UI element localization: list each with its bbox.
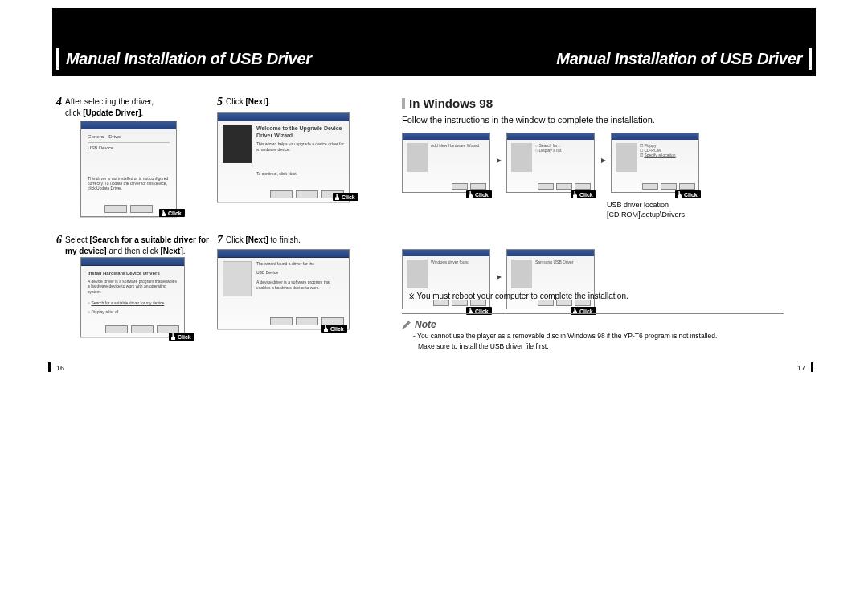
next-button[interactable] [661,183,677,190]
finish-button[interactable] [556,300,572,306]
cancel-button[interactable] [679,183,695,190]
dialog-titlebar [507,250,594,256]
back-button[interactable] [538,300,554,306]
step-bold2: [Next] [160,247,182,255]
dialog-body: Install Hardware Device Drivers A device… [81,266,184,319]
note-box: Note - You cannot use the player as a re… [402,313,784,352]
dialog-titlebar [507,133,594,140]
step-number: 7 [217,235,223,246]
wizard-screenshot-3: ☐ Floppy☐ CD-ROM☑ Specify a location [611,133,699,193]
ok-button[interactable] [104,205,127,213]
back-button[interactable] [105,325,128,333]
step-pre: Select [65,235,90,244]
click-callout: Click [169,333,194,341]
step-post: and then click [107,247,161,255]
next-button[interactable] [452,300,468,306]
dialog-body: Add New Hardware Wizard [403,140,489,175]
section-bar-icon [402,98,405,109]
cancel-button[interactable] [575,300,591,306]
step-number: 6 [56,235,62,246]
usb-location-path: [CD ROM]\setup\Drivers [607,210,768,220]
screenshot-step-5: Welcome to the Upgrade Device Driver Wiz… [217,112,350,202]
click-callout: Click [466,190,492,198]
arrow-right-icon [496,157,504,165]
next-button[interactable] [296,190,318,198]
wizard-footer-text: To continue, click Next. [256,171,344,177]
step-post: . [268,97,271,106]
page-number-left: 16 [56,364,64,372]
wizard-screenshot-1: Add New Hardware Wizard [402,133,490,193]
dialog-buttons [642,183,695,190]
click-callout: Click [321,325,347,333]
wizard-body: This wizard helps you upgrade a device d… [256,141,344,152]
arrow-right-icon [496,273,504,281]
click-label: Click [168,210,182,216]
dialog-body: Samsung USB Driver [507,256,594,292]
page-content: 4 After selecting the driver, click [Upd… [56,96,812,605]
dialog-body: Welcome to the Upgrade Device Driver Wiz… [218,121,349,180]
dialog-buttons [538,183,591,190]
section-title-windows98: In Windows 98 [402,96,788,110]
pencil-icon [402,320,411,329]
hand-icon [677,191,682,198]
screenshots-row-2: Windows driver found Click Samsung USB D… [402,249,788,321]
note-label-text: Note [415,319,436,330]
dialog-body: The wizard found a driver for the USB De… [218,258,349,300]
click-label: Click [330,326,344,332]
section-title-text: In Windows 98 [409,96,493,110]
usb-location-note: USB driver location [CD ROM]\setup\Drive… [607,201,768,219]
back-button[interactable] [433,300,449,306]
step-bold: [Next] [245,235,268,244]
step-7: 7 Click [Next] to finish. [217,235,362,246]
hand-icon [161,210,166,216]
back-button[interactable] [642,183,658,190]
screenshot-step-7: The wizard found a driver for the USB De… [217,249,350,329]
dialog-body: ☐ Floppy☐ CD-ROM☑ Specify a location [612,140,698,175]
click-label: Click [342,194,355,200]
note-line-2: Make sure to install the USB driver file… [418,342,784,351]
note-line-1: - You cannot use the player as a removab… [413,332,784,341]
step-pre: Click [226,97,245,106]
cancel-button[interactable] [575,183,591,190]
dialog-titlebar [81,121,176,129]
reboot-note: ※ You must reboot your computer to compl… [408,292,628,300]
click-callout: Click [159,209,185,217]
page-edge-left [48,362,51,372]
hand-icon [572,191,578,198]
click-callout: Click [675,190,701,198]
step-number: 5 [217,96,223,108]
click-callout: Click [571,190,596,198]
wizard-screenshot-2: ○ Search for...○ Display a list [506,133,595,193]
cancel-button[interactable] [130,205,153,213]
click-callout: Click [333,193,358,201]
next-button[interactable] [452,183,468,190]
next-button[interactable] [556,183,572,190]
dialog-titlebar [612,133,698,140]
step-5: 5 Click [Next]. [217,96,362,108]
next-button[interactable] [296,317,318,325]
back-button[interactable] [538,183,554,190]
cancel-button[interactable] [470,300,486,306]
back-button[interactable] [270,190,293,198]
page-edge-right [811,362,813,372]
next-button[interactable] [131,325,154,333]
step-4: 4 After selecting the driver, click [Upd… [56,96,201,118]
right-column: In Windows 98 Follow the instructions in… [402,96,788,321]
dialog-buttons [452,183,486,190]
screenshot-step-6: Install Hardware Device Drivers A device… [80,257,185,337]
header-title-right: Manual Installation of USB Driver [551,48,812,70]
step-6: 6 Select [Search for a suitable driver f… [56,235,209,256]
step-post: to finish. [268,235,301,244]
click-label: Click [178,334,191,340]
intro-text: Follow the instructions in the window to… [402,115,788,125]
back-button[interactable] [270,317,293,325]
header-bar: Manual Installation of USB Driver Manual… [52,8,816,76]
dialog-body: Windows driver found [403,256,489,292]
click-label: Click [579,192,593,198]
wizard-title: Welcome to the Upgrade Device Driver Wiz… [256,125,344,139]
step-bold: [Next] [245,97,268,106]
dialog-body: General Driver USB Device This driver is… [81,129,176,195]
footnote-text: You must reboot your computer to complet… [417,292,628,300]
footnote-bullet: ※ [408,292,415,300]
cancel-button[interactable] [470,183,486,190]
